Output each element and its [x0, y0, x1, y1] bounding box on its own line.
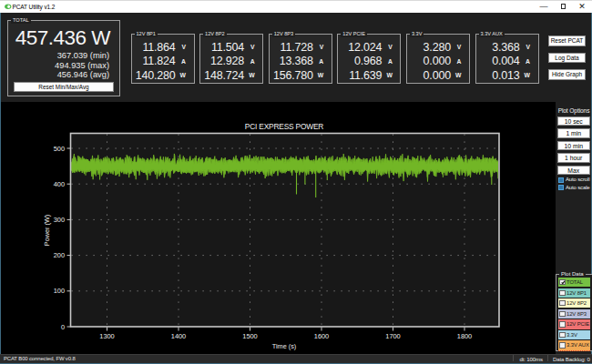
svg-text:400: 400 — [54, 180, 65, 188]
svg-text:200: 200 — [54, 251, 65, 259]
svg-text:1500: 1500 — [242, 332, 257, 340]
svg-text:500: 500 — [54, 145, 65, 153]
svg-text:300: 300 — [54, 216, 65, 224]
svg-text:1300: 1300 — [99, 332, 114, 340]
svg-text:100: 100 — [54, 287, 65, 295]
svg-text:1800: 1800 — [457, 332, 472, 340]
svg-text:Time (s): Time (s) — [272, 342, 296, 350]
svg-text:1700: 1700 — [385, 332, 400, 340]
svg-text:PCI EXPRESS POWER: PCI EXPRESS POWER — [245, 122, 324, 131]
svg-text:1400: 1400 — [171, 332, 186, 340]
svg-text:0: 0 — [61, 323, 65, 331]
svg-text:Power (W): Power (W) — [43, 215, 51, 246]
svg-text:1600: 1600 — [314, 332, 329, 340]
